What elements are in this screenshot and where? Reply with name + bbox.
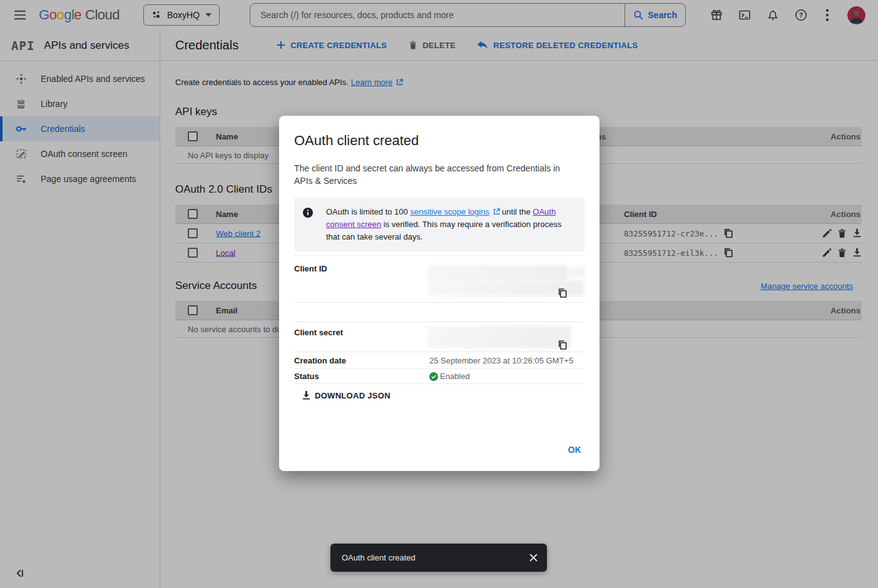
- redacted-client-secret-value: [427, 326, 571, 348]
- redacted-client-id-value: [427, 265, 568, 281]
- copy-client-id-icon[interactable]: [558, 288, 567, 298]
- redacted-client-id-value: [568, 267, 584, 276]
- check-circle-icon: [429, 372, 438, 381]
- client-secret-row: Client secret: [294, 322, 584, 352]
- sensitive-scope-logins-link[interactable]: sensitive scope logins: [410, 207, 489, 216]
- status-badge: Enabled: [429, 372, 470, 381]
- spacer-row: [294, 302, 584, 322]
- client-id-row: Client ID: [294, 255, 584, 302]
- close-icon[interactable]: [529, 554, 538, 562]
- toast-message: OAuth client created: [342, 553, 416, 562]
- creation-date-row: Creation date 25 September 2023 at 10:26…: [294, 352, 584, 368]
- dialog-fields: Client ID Client secret Creation date 25…: [294, 255, 584, 384]
- oauth-client-created-dialog: OAuth client created The client ID and s…: [279, 116, 600, 471]
- status-label: Status: [294, 372, 429, 381]
- toast-notification: OAuth client created: [330, 544, 547, 572]
- info-banner-text: OAuth is limited to 100 sensitive scope …: [326, 206, 576, 243]
- info-banner: OAuth is limited to 100 sensitive scope …: [294, 198, 584, 251]
- external-link-icon: [493, 208, 500, 215]
- info-text-pre: OAuth is limited to 100: [326, 207, 410, 216]
- download-json-button[interactable]: DOWNLOAD JSON: [294, 391, 391, 400]
- download-json-label: DOWNLOAD JSON: [315, 391, 391, 400]
- creation-date-value: 25 September 2023 at 10:26:05 GMT+5: [429, 356, 573, 365]
- copy-client-secret-icon[interactable]: [558, 340, 567, 350]
- ok-button[interactable]: OK: [568, 445, 581, 455]
- info-icon: [303, 208, 313, 218]
- download-icon: [302, 391, 310, 400]
- client-secret-label: Client secret: [294, 328, 343, 337]
- client-id-label: Client ID: [294, 264, 327, 273]
- info-text-mid: until the: [500, 207, 533, 216]
- status-value: Enabled: [440, 372, 470, 381]
- status-row: Status Enabled: [294, 368, 584, 384]
- creation-date-label: Creation date: [294, 356, 429, 365]
- dialog-body-text: The client ID and secret can always be a…: [279, 149, 578, 187]
- google-cloud-console: Google Cloud BoxyHQ Search ?: [0, 0, 878, 588]
- dialog-title: OAuth client created: [279, 116, 600, 149]
